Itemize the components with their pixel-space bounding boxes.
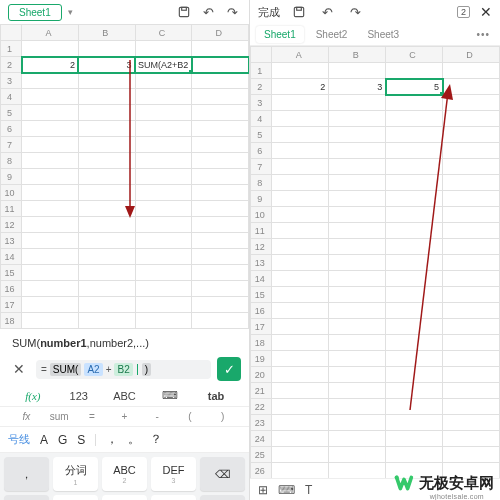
ime-mode-label[interactable]: 号线 — [8, 432, 30, 447]
cell-D16[interactable] — [443, 303, 500, 319]
cell-D2[interactable] — [192, 57, 249, 73]
save-icon[interactable] — [175, 3, 193, 21]
sheet-tabs-more[interactable]: ••• — [472, 29, 494, 40]
cell-B19[interactable] — [329, 351, 386, 367]
minus-symbol[interactable]: - — [141, 411, 174, 422]
cell-D12[interactable] — [443, 239, 500, 255]
text-icon[interactable]: T — [305, 483, 312, 497]
cell-B14[interactable] — [329, 271, 386, 287]
cell-B20[interactable] — [329, 367, 386, 383]
ime-key[interactable]: GHI4 — [53, 495, 98, 500]
cell-B18[interactable] — [329, 335, 386, 351]
cell-A3[interactable] — [22, 73, 79, 89]
cell-A15[interactable] — [272, 287, 329, 303]
cell-D22[interactable] — [443, 399, 500, 415]
ime-key[interactable]: 。 — [4, 495, 49, 500]
cell-C14[interactable] — [386, 271, 443, 287]
eq-symbol[interactable]: = — [75, 411, 108, 422]
cell-A7[interactable] — [22, 137, 79, 153]
cell-C5[interactable] — [386, 127, 443, 143]
cell-A12[interactable] — [272, 239, 329, 255]
sheet-dropdown-icon[interactable]: ▾ — [68, 7, 73, 17]
cell-B10[interactable] — [329, 207, 386, 223]
cell-B16[interactable] — [78, 281, 135, 297]
cell-D18[interactable] — [192, 313, 249, 329]
cell-D3[interactable] — [192, 73, 249, 89]
cell-A6[interactable] — [272, 143, 329, 159]
cell-C5[interactable] — [135, 105, 192, 121]
cell-B17[interactable] — [329, 319, 386, 335]
cell-C4[interactable] — [135, 89, 192, 105]
cell-A24[interactable] — [272, 431, 329, 447]
cell-D15[interactable] — [443, 287, 500, 303]
cell-C25[interactable] — [386, 447, 443, 463]
cell-C7[interactable] — [386, 159, 443, 175]
cell-A18[interactable] — [272, 335, 329, 351]
ime-key[interactable]: ， — [4, 457, 49, 491]
sum-symbol[interactable]: sum — [43, 411, 76, 422]
cell-A4[interactable] — [22, 89, 79, 105]
redo-icon[interactable]: ↷ — [223, 3, 241, 21]
cell-B26[interactable] — [329, 463, 386, 479]
cell-A13[interactable] — [272, 255, 329, 271]
cell-C1[interactable] — [135, 41, 192, 57]
cell-C15[interactable] — [386, 287, 443, 303]
cell-C13[interactable] — [135, 233, 192, 249]
cell-B5[interactable] — [78, 105, 135, 121]
cell-D7[interactable] — [443, 159, 500, 175]
cell-B4[interactable] — [329, 111, 386, 127]
cell-B21[interactable] — [329, 383, 386, 399]
cell-C21[interactable] — [386, 383, 443, 399]
cell-B6[interactable] — [329, 143, 386, 159]
cell-C13[interactable] — [386, 255, 443, 271]
cell-B7[interactable] — [78, 137, 135, 153]
cell-B3[interactable] — [329, 95, 386, 111]
ime-suggestion[interactable]: A — [40, 433, 48, 447]
cell-C9[interactable] — [386, 191, 443, 207]
spreadsheet-left[interactable]: ABCD1223SUM(A2+B234567891011121314151617… — [0, 24, 249, 329]
close-icon[interactable]: ✕ — [480, 4, 492, 20]
ime-suggestion[interactable]: G — [58, 433, 67, 447]
cell-D15[interactable] — [192, 265, 249, 281]
cell-B16[interactable] — [329, 303, 386, 319]
cell-A10[interactable] — [22, 185, 79, 201]
cell-B12[interactable] — [78, 217, 135, 233]
cell-D14[interactable] — [192, 249, 249, 265]
cell-D10[interactable] — [443, 207, 500, 223]
cell-B2[interactable]: 3 — [329, 79, 386, 95]
cell-B5[interactable] — [329, 127, 386, 143]
cell-D13[interactable] — [443, 255, 500, 271]
cell-C16[interactable] — [135, 281, 192, 297]
cell-A9[interactable] — [22, 169, 79, 185]
cell-C6[interactable] — [135, 121, 192, 137]
cell-D21[interactable] — [443, 383, 500, 399]
cell-D9[interactable] — [192, 169, 249, 185]
cell-C18[interactable] — [135, 313, 192, 329]
cell-C3[interactable] — [135, 73, 192, 89]
cell-B23[interactable] — [329, 415, 386, 431]
cell-D24[interactable] — [443, 431, 500, 447]
cell-D1[interactable] — [192, 41, 249, 57]
cell-C10[interactable] — [386, 207, 443, 223]
cell-D11[interactable] — [192, 201, 249, 217]
cell-B4[interactable] — [78, 89, 135, 105]
save-icon[interactable] — [290, 3, 308, 21]
cell-A14[interactable] — [22, 249, 79, 265]
ime-key[interactable]: MNO6 — [151, 495, 196, 500]
cell-C14[interactable] — [135, 249, 192, 265]
cell-C17[interactable] — [135, 297, 192, 313]
cell-A23[interactable] — [272, 415, 329, 431]
cell-A11[interactable] — [272, 223, 329, 239]
cell-C12[interactable] — [386, 239, 443, 255]
formula-cancel-button[interactable]: ✕ — [8, 358, 30, 380]
ime-key[interactable]: JKL5 — [102, 495, 147, 500]
cell-D23[interactable] — [443, 415, 500, 431]
cell-D11[interactable] — [443, 223, 500, 239]
cell-D9[interactable] — [443, 191, 500, 207]
sheet-tab[interactable]: Sheet2 — [308, 26, 356, 43]
cell-A19[interactable] — [272, 351, 329, 367]
cell-A18[interactable] — [22, 313, 79, 329]
ime-suggestion[interactable]: ？ — [150, 431, 162, 448]
history-badge[interactable]: 2 — [457, 6, 470, 18]
ime-key[interactable]: ⌫ — [200, 457, 245, 491]
